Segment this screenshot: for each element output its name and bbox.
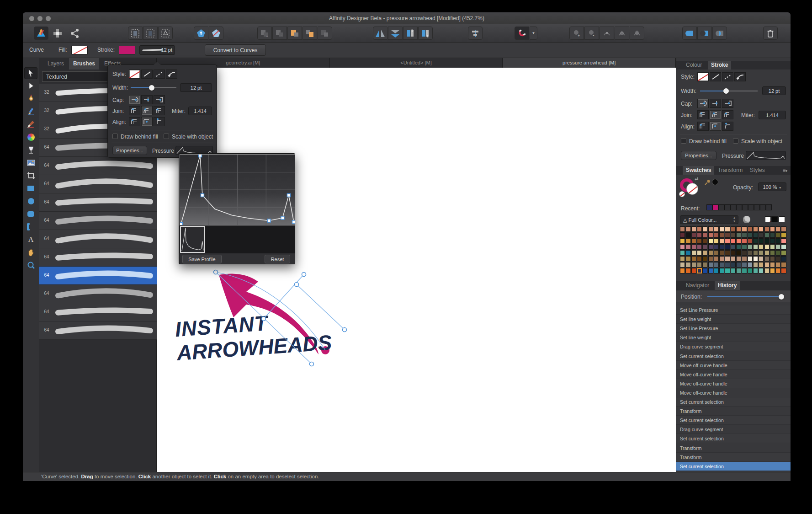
palette-swatch[interactable] — [731, 238, 736, 244]
recent-colour-empty[interactable] — [748, 204, 754, 210]
stroke-style-solid-button[interactable] — [141, 70, 153, 79]
order-backward-button[interactable] — [418, 27, 433, 40]
insert-below-button[interactable] — [318, 27, 332, 40]
save-profile-button[interactable]: Save Profile — [182, 255, 222, 263]
tab-history[interactable]: History — [715, 281, 740, 290]
zoom-tool[interactable] — [24, 259, 37, 271]
designer-persona-button[interactable] — [34, 27, 48, 40]
palette-swatch[interactable] — [685, 256, 690, 262]
palette-swatch[interactable] — [753, 250, 758, 256]
flip-vertical-button[interactable] — [388, 27, 403, 40]
fill-swatch[interactable] — [71, 46, 88, 54]
palette-swatch[interactable] — [759, 262, 764, 268]
palette-swatch[interactable] — [702, 256, 707, 262]
palette-swatch[interactable] — [714, 238, 719, 244]
palette-swatch[interactable] — [742, 226, 747, 232]
palette-swatch[interactable] — [708, 262, 713, 268]
scale-with-object-checkbox[interactable] — [164, 134, 169, 139]
palette-swatch[interactable] — [708, 226, 713, 232]
brush-item[interactable]: 64 — [39, 285, 157, 303]
palette-swatch[interactable] — [731, 262, 736, 268]
recent-colour[interactable] — [712, 204, 718, 210]
palette-swatch[interactable] — [680, 226, 685, 232]
history-item[interactable]: Drag curve segment — [676, 342, 791, 351]
palette-swatch[interactable] — [753, 244, 758, 250]
tab-colour[interactable]: Colour — [683, 61, 705, 70]
position-slider[interactable] — [707, 296, 784, 297]
palette-swatch[interactable] — [725, 256, 730, 262]
history-item[interactable]: Set current selection — [676, 397, 791, 407]
palette-swatch[interactable] — [775, 262, 780, 268]
palette-swatch[interactable] — [708, 244, 713, 250]
snapping-options-dropdown[interactable]: ▼ — [530, 27, 537, 40]
palette-swatch[interactable] — [691, 256, 696, 262]
selection-box-button-1[interactable] — [128, 27, 143, 40]
palette-swatch[interactable] — [685, 262, 690, 268]
swatch-white[interactable] — [779, 216, 785, 222]
palette-swatch[interactable] — [759, 250, 764, 256]
palette-swatch[interactable] — [731, 250, 736, 256]
recent-colour-empty[interactable] — [718, 204, 724, 210]
history-item[interactable]: Set line weight — [676, 315, 791, 324]
palette-swatch[interactable] — [719, 268, 724, 273]
palette-swatch[interactable] — [685, 238, 690, 244]
palette-swatch[interactable] — [748, 226, 753, 232]
rp-miter-value[interactable]: 1.414 — [759, 111, 786, 119]
rp-stroke-style-none[interactable] — [697, 72, 709, 81]
document-tab[interactable]: pressure arrowhead [M] — [503, 58, 676, 68]
recent-colour[interactable] — [706, 204, 712, 210]
tab-transform[interactable]: Transform — [715, 166, 746, 175]
palette-swatch[interactable] — [725, 232, 730, 238]
palette-swatch[interactable] — [719, 232, 724, 238]
stroke-swatch[interactable] — [119, 46, 135, 54]
shape-edit-button[interactable] — [209, 27, 223, 40]
recent-colour-empty[interactable] — [760, 204, 766, 210]
palette-swatch[interactable] — [708, 268, 713, 273]
palette-swatch[interactable] — [742, 268, 747, 273]
palette-swatch[interactable] — [770, 256, 775, 262]
palette-swatch[interactable] — [753, 238, 758, 244]
palette-swatch[interactable] — [702, 244, 707, 250]
rp-cap-round[interactable] — [697, 99, 709, 108]
palette-swatch[interactable] — [719, 256, 724, 262]
rp-align-centre[interactable] — [697, 122, 709, 131]
move-tool[interactable] — [24, 67, 37, 79]
brush-item[interactable]: 64 — [39, 212, 157, 230]
pen-tool[interactable] — [24, 93, 37, 105]
pixel-persona-button[interactable] — [50, 27, 65, 40]
brush-item[interactable]: 64 — [39, 230, 157, 248]
rectangle-tool[interactable] — [24, 182, 37, 194]
history-item[interactable]: Transform — [676, 407, 791, 416]
palette-swatch[interactable] — [736, 244, 741, 250]
palette-swatch[interactable] — [691, 238, 696, 244]
rp-align-inside[interactable] — [710, 122, 721, 131]
rp-properties-button[interactable]: Properties... — [681, 151, 716, 160]
palette-swatch[interactable] — [736, 232, 741, 238]
palette-swatch[interactable] — [764, 244, 770, 250]
node-smooth-button[interactable] — [600, 27, 614, 40]
palette-swatch[interactable] — [697, 238, 702, 244]
boolean-intersect-button[interactable] — [712, 27, 727, 40]
palette-swatch[interactable] — [736, 250, 741, 256]
shape-up-button[interactable] — [194, 27, 208, 40]
palette-swatch[interactable] — [697, 244, 702, 250]
palette-swatch[interactable] — [775, 238, 780, 244]
history-item[interactable]: Set Line Pressure — [676, 324, 791, 333]
palette-swatch[interactable] — [770, 244, 775, 250]
palette-swatch[interactable] — [742, 238, 747, 244]
pressure-graph[interactable] — [180, 154, 295, 225]
fill-tool[interactable] — [24, 144, 37, 156]
draw-behind-fill-checkbox[interactable] — [112, 134, 118, 139]
align-inside-button[interactable] — [141, 117, 153, 126]
history-item[interactable]: Move off-curve handle — [676, 361, 791, 370]
cap-butt-button[interactable] — [141, 95, 153, 104]
palette-swatch[interactable] — [691, 244, 696, 250]
palette-swatch[interactable] — [736, 238, 741, 244]
brush-item[interactable]: 64 — [39, 157, 157, 175]
crop-tool[interactable] — [24, 170, 37, 182]
brush-item[interactable]: 64 — [39, 267, 157, 285]
palette-swatch[interactable] — [714, 262, 719, 268]
join-miter-button[interactable] — [129, 106, 140, 115]
palette-swatch[interactable] — [748, 262, 753, 268]
rp-join-bevel[interactable] — [722, 110, 733, 119]
